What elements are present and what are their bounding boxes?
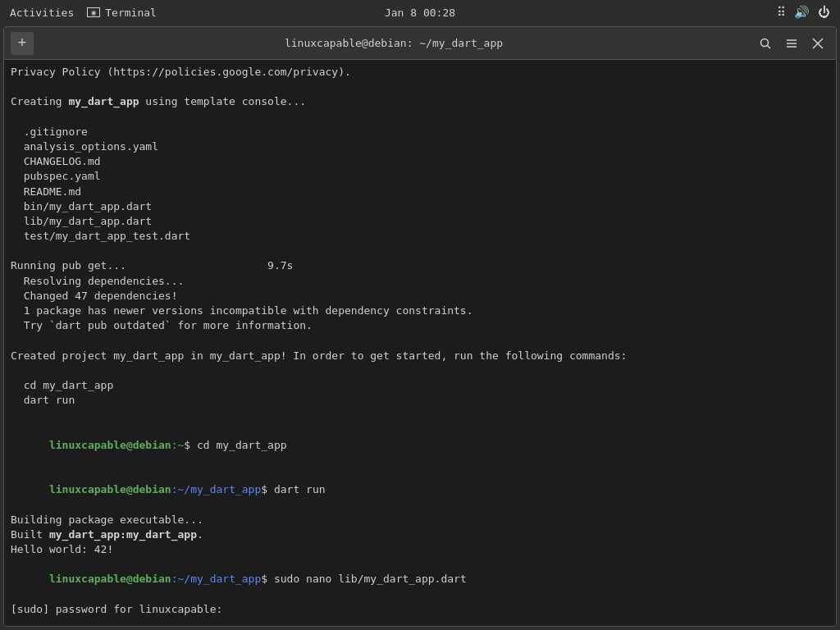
- output-line: test/my_dart_app_test.dart: [11, 229, 829, 244]
- title-actions: [754, 32, 829, 55]
- output-line: README.md: [11, 185, 829, 199]
- output-line: 1 package has newer versions incompatibl…: [11, 304, 829, 318]
- output-line: Hello world: 42!: [11, 542, 829, 557]
- terminal-indicator[interactable]: ▣ Terminal: [87, 7, 157, 19]
- output-line: analysis_options.yaml: [11, 139, 829, 154]
- output-line: pubspec.yaml: [11, 169, 829, 184]
- output-line: [11, 408, 829, 422]
- output-line: Changed 47 dependencies!: [11, 289, 829, 304]
- svg-point-0: [761, 39, 769, 46]
- output-line: cd my_dart_app: [11, 378, 829, 393]
- close-button[interactable]: [806, 32, 829, 55]
- output-line: Created project my_dart_app in my_dart_a…: [11, 349, 829, 363]
- prompt-line: linuxcapable@debian:~/my_dart_app$ sudo …: [11, 617, 829, 626]
- prompt-line: linuxcapable@debian:~$ cd my_dart_app: [11, 423, 829, 468]
- search-button[interactable]: [754, 32, 777, 55]
- terminal-window: + linuxcapable@debian: ~/my_dart_app: [3, 26, 837, 627]
- output-line: Building package executable...: [11, 513, 829, 527]
- output-line: [11, 244, 829, 258]
- system-datetime: Jan 8 00:28: [385, 7, 455, 19]
- output-line: Try `dart pub outdated` for more informa…: [11, 318, 829, 333]
- prompt-line: linuxcapable@debian:~/my_dart_app$ dart …: [11, 468, 829, 513]
- terminal-icon: ▣: [87, 7, 100, 17]
- hamburger-icon: [785, 37, 798, 50]
- terminal-label: Terminal: [105, 7, 157, 19]
- output-line: Privacy Policy (https://policies.google.…: [11, 65, 829, 80]
- output-line: Running pub get... 9.7s: [11, 258, 829, 273]
- output-line: [11, 80, 829, 94]
- prompt-line: linuxcapable@debian:~/my_dart_app$ sudo …: [11, 557, 829, 602]
- output-line: Resolving dependencies...: [11, 274, 829, 289]
- system-tray: ⠿ 🔊 ⏻: [777, 5, 830, 20]
- output-line: Creating my_dart_app using template cons…: [11, 94, 829, 109]
- output-line: bin/my_dart_app.dart: [11, 199, 829, 214]
- terminal-title: linuxcapable@debian: ~/my_dart_app: [37, 37, 751, 49]
- power-icon[interactable]: ⏻: [818, 5, 830, 20]
- system-bar: Activities ▣ Terminal Jan 8 00:28 ⠿ 🔊 ⏻: [0, 0, 840, 25]
- terminal-content[interactable]: Privacy Policy (https://policies.google.…: [4, 60, 836, 626]
- terminal-titlebar: + linuxcapable@debian: ~/my_dart_app: [4, 27, 836, 60]
- sound-icon[interactable]: 🔊: [794, 5, 810, 20]
- output-line: .gitignore: [11, 125, 829, 139]
- output-line: [11, 333, 829, 348]
- output-line: [11, 110, 829, 125]
- new-tab-button[interactable]: +: [11, 32, 34, 55]
- output-line: dart run: [11, 393, 829, 408]
- output-line: [sudo] password for linuxcapable:: [11, 602, 829, 617]
- svg-line-1: [768, 45, 771, 48]
- menu-button[interactable]: [780, 32, 803, 55]
- close-icon: [812, 38, 824, 49]
- output-line: lib/my_dart_app.dart: [11, 214, 829, 229]
- network-icon[interactable]: ⠿: [777, 5, 786, 20]
- output-line: Built my_dart_app:my_dart_app.: [11, 527, 829, 542]
- activities-button[interactable]: Activities: [10, 7, 74, 19]
- output-line: CHANGELOG.md: [11, 154, 829, 169]
- output-line: [11, 363, 829, 378]
- search-icon: [759, 37, 772, 50]
